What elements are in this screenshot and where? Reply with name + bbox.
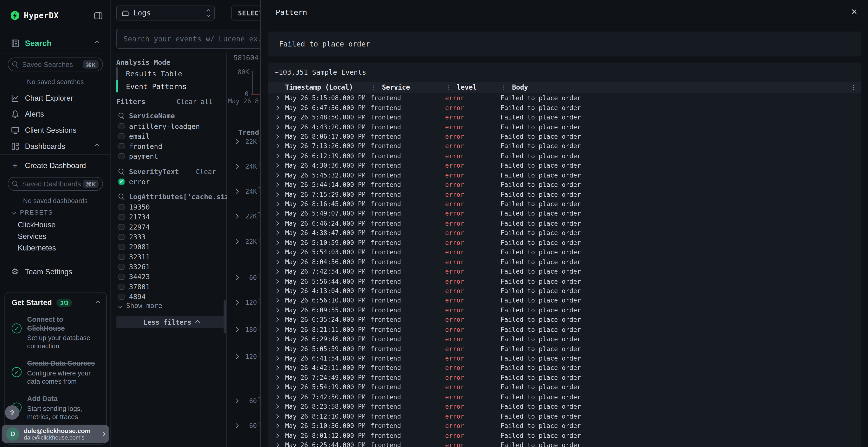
row-expand-chevron-icon[interactable] bbox=[268, 251, 285, 254]
pattern-trend-row[interactable]: 120 bbox=[227, 353, 260, 360]
checkbox-icon[interactable] bbox=[118, 294, 124, 299]
event-row[interactable]: May 26 8:23:58.000 PMfrontenderrorFailed… bbox=[268, 402, 861, 411]
pattern-trend-row[interactable]: 60 bbox=[227, 397, 260, 405]
row-expand-chevron-icon[interactable] bbox=[268, 280, 285, 283]
event-row[interactable]: May 26 6:41:54.000 PMfrontenderrorFailed… bbox=[268, 353, 861, 363]
row-expand-chevron-icon[interactable] bbox=[268, 125, 285, 129]
sidebar-item-team-settings[interactable]: ⚙ Team Settings bbox=[0, 265, 111, 278]
chevron-up-icon[interactable] bbox=[96, 300, 100, 305]
checkbox-icon[interactable] bbox=[118, 283, 124, 289]
event-row[interactable]: May 26 5:05:59.000 PMfrontenderrorFailed… bbox=[268, 344, 861, 353]
mode-results-table[interactable]: Results Table bbox=[116, 67, 182, 80]
row-expand-chevron-icon[interactable] bbox=[268, 183, 285, 186]
col-body[interactable]: ⋮Body bbox=[500, 83, 861, 91]
event-row[interactable]: May 26 5:49:07.000 PMfrontenderrorFailed… bbox=[268, 209, 861, 218]
checkbox-icon[interactable] bbox=[118, 204, 124, 210]
event-row[interactable]: May 26 8:04:56.000 PMfrontenderrorFailed… bbox=[268, 257, 861, 267]
checkbox-icon[interactable] bbox=[118, 143, 124, 149]
event-row[interactable]: May 26 5:54:03.000 PMfrontenderrorFailed… bbox=[268, 247, 861, 257]
event-row[interactable]: May 26 7:13:26.000 PMfrontenderrorFailed… bbox=[268, 141, 861, 151]
row-expand-chevron-icon[interactable] bbox=[268, 357, 285, 360]
checkbox-icon[interactable] bbox=[118, 224, 124, 230]
row-expand-chevron-icon[interactable] bbox=[268, 270, 285, 273]
row-expand-chevron-icon[interactable] bbox=[268, 289, 285, 293]
column-handle-icon[interactable]: ⋮ bbox=[500, 83, 507, 91]
event-row[interactable]: May 26 6:56:10.000 PMfrontenderrorFailed… bbox=[268, 296, 861, 305]
sidebar-item-search[interactable]: Search bbox=[0, 37, 111, 50]
row-expand-chevron-icon[interactable] bbox=[268, 115, 285, 119]
chevron-right-icon[interactable] bbox=[234, 423, 239, 428]
row-expand-chevron-icon[interactable] bbox=[268, 328, 285, 331]
row-expand-chevron-icon[interactable] bbox=[268, 164, 285, 167]
saved-dashboards-input[interactable]: Saved Dashboards ⌘K bbox=[8, 177, 103, 191]
event-row[interactable]: May 26 6:12:19.000 PMfrontenderrorFailed… bbox=[268, 151, 861, 161]
checkbox-icon[interactable] bbox=[118, 243, 124, 249]
row-expand-chevron-icon[interactable] bbox=[268, 212, 285, 215]
row-expand-chevron-icon[interactable] bbox=[268, 106, 285, 109]
row-expand-chevron-icon[interactable] bbox=[268, 135, 285, 138]
event-row[interactable]: May 26 4:38:47.000 PMfrontenderrorFailed… bbox=[268, 228, 861, 238]
servicename-option[interactable]: payment bbox=[118, 151, 158, 161]
event-row[interactable]: May 26 8:16:45.000 PMfrontenderrorFailed… bbox=[268, 199, 861, 209]
search-icon[interactable] bbox=[118, 113, 124, 119]
pattern-trend-row[interactable]: 24K bbox=[227, 163, 260, 170]
event-row[interactable]: May 26 5:56:44.000 PMfrontenderrorFailed… bbox=[268, 276, 861, 286]
preset-item-clickhouse[interactable]: ClickHouse bbox=[18, 220, 56, 229]
user-account-bar[interactable]: D dale@clickhouse.com dale@clickhouse.co… bbox=[2, 424, 109, 443]
task-connect-clickhouse[interactable]: ✓ Connect to ClickHouse Set up your data… bbox=[11, 316, 100, 351]
event-row[interactable]: May 26 7:42:54.000 PMfrontenderrorFailed… bbox=[268, 267, 861, 276]
chevron-right-icon[interactable] bbox=[234, 327, 239, 332]
cache-size-option[interactable]: 19350 bbox=[118, 202, 150, 211]
row-expand-chevron-icon[interactable] bbox=[268, 173, 285, 177]
sidebar-collapse-icon[interactable] bbox=[94, 11, 103, 23]
row-expand-chevron-icon[interactable] bbox=[268, 376, 285, 379]
row-expand-chevron-icon[interactable] bbox=[268, 443, 285, 447]
pattern-trend-row[interactable]: 60 bbox=[227, 274, 260, 281]
saved-searches-input[interactable]: Saved Searches ⌘K bbox=[8, 58, 103, 71]
event-row[interactable]: May 26 5:15:08.000 PMfrontenderrorFailed… bbox=[268, 93, 861, 103]
cache-size-option[interactable]: 4894 bbox=[118, 292, 146, 301]
event-row[interactable]: May 26 5:45:32.000 PMfrontenderrorFailed… bbox=[268, 170, 861, 180]
checkbox-icon[interactable] bbox=[118, 214, 124, 220]
column-handle-icon[interactable]: ⋮ bbox=[370, 83, 377, 91]
event-row[interactable]: May 26 6:29:48.000 PMfrontenderrorFailed… bbox=[268, 334, 861, 344]
filters-scrollbar-thumb[interactable] bbox=[224, 300, 226, 334]
event-row[interactable]: May 26 6:09:55.000 PMfrontenderrorFailed… bbox=[268, 305, 861, 315]
row-expand-chevron-icon[interactable] bbox=[268, 231, 285, 235]
presets-toggle[interactable]: PRESETS bbox=[12, 209, 53, 216]
checkbox-checked-icon[interactable]: ✓ bbox=[118, 178, 124, 184]
row-expand-chevron-icon[interactable] bbox=[268, 241, 285, 244]
col-service[interactable]: ⋮Service bbox=[370, 83, 445, 91]
sidebar-item-chart-explorer[interactable]: Chart Explorer bbox=[0, 91, 111, 105]
event-row[interactable]: May 26 5:10:59.000 PMfrontenderrorFailed… bbox=[268, 238, 861, 247]
checkbox-icon[interactable] bbox=[118, 273, 124, 279]
checkbox-icon[interactable] bbox=[118, 133, 124, 139]
checkbox-icon[interactable] bbox=[118, 234, 124, 240]
row-expand-chevron-icon[interactable] bbox=[268, 144, 285, 148]
cache-size-option[interactable]: 33261 bbox=[118, 262, 150, 271]
sidebar-item-client-sessions[interactable]: Client Sessions bbox=[0, 123, 111, 137]
row-expand-chevron-icon[interactable] bbox=[268, 221, 285, 225]
row-expand-chevron-icon[interactable] bbox=[268, 366, 285, 370]
event-row[interactable]: May 26 6:25:44.000 PMfrontenderrorFailed… bbox=[268, 440, 861, 447]
event-row[interactable]: May 26 4:43:20.000 PMfrontenderrorFailed… bbox=[268, 122, 861, 132]
mode-event-patterns[interactable]: Event Patterns bbox=[116, 80, 187, 93]
checkbox-icon[interactable] bbox=[118, 264, 124, 270]
row-expand-chevron-icon[interactable] bbox=[268, 405, 285, 408]
task-add-data[interactable]: ✓ Add Data Start sending logs, metrics, … bbox=[11, 395, 100, 421]
show-more-toggle[interactable]: Show more bbox=[118, 302, 162, 310]
event-row[interactable]: May 26 4:30:36.000 PMfrontenderrorFailed… bbox=[268, 161, 861, 170]
chevron-right-icon[interactable] bbox=[234, 239, 239, 244]
chevron-right-icon[interactable] bbox=[234, 214, 239, 218]
row-expand-chevron-icon[interactable] bbox=[268, 414, 285, 418]
preset-item-services[interactable]: Services bbox=[18, 232, 46, 240]
task-create-data-sources[interactable]: ✓ Create Data Sources Configure where yo… bbox=[11, 359, 100, 386]
cache-size-option[interactable]: 21734 bbox=[118, 212, 150, 221]
cache-size-option[interactable]: 29081 bbox=[118, 242, 150, 251]
event-row[interactable]: May 26 7:24:49.000 PMfrontenderrorFailed… bbox=[268, 373, 861, 382]
row-expand-chevron-icon[interactable] bbox=[268, 309, 285, 312]
row-expand-chevron-icon[interactable] bbox=[268, 337, 285, 341]
event-row[interactable]: May 26 7:15:29.000 PMfrontenderrorFailed… bbox=[268, 190, 861, 199]
event-row[interactable]: May 26 6:47:36.000 PMfrontenderrorFailed… bbox=[268, 103, 861, 112]
event-row[interactable]: May 26 6:46:24.000 PMfrontenderrorFailed… bbox=[268, 218, 861, 228]
